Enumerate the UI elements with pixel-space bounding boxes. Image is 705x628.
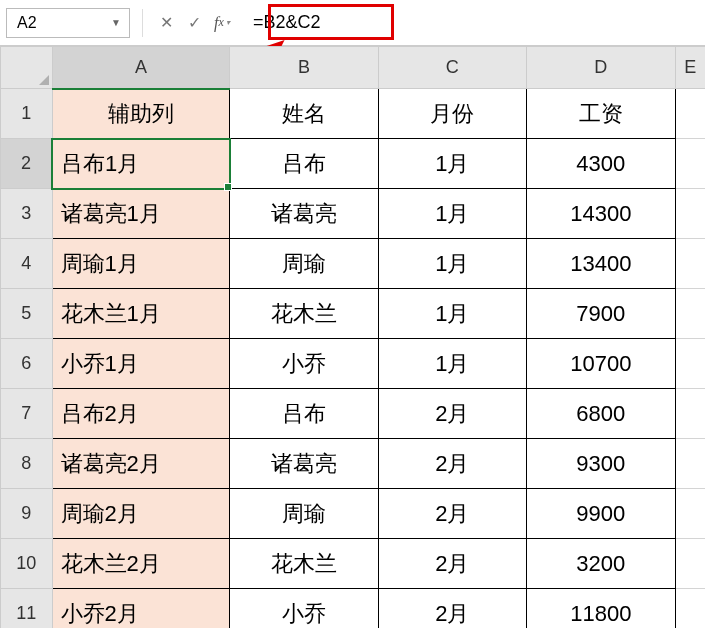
- cell[interactable]: 2月: [378, 589, 526, 629]
- cell[interactable]: 花木兰2月: [52, 539, 230, 589]
- col-header-E[interactable]: E: [675, 47, 705, 89]
- row-header[interactable]: 10: [1, 539, 53, 589]
- select-all-corner[interactable]: [1, 47, 53, 89]
- cell[interactable]: 2月: [378, 389, 526, 439]
- formula-bar: A2 ▼ ✕ ✓ fx▾ =B2&C2: [0, 0, 705, 46]
- cell[interactable]: 姓名: [230, 89, 378, 139]
- cell[interactable]: 辅助列: [52, 89, 230, 139]
- confirm-icon[interactable]: ✓: [183, 12, 205, 34]
- row-header[interactable]: 7: [1, 389, 53, 439]
- col-header-B[interactable]: B: [230, 47, 378, 89]
- cell[interactable]: 小乔2月: [52, 589, 230, 629]
- cell[interactable]: 月份: [378, 89, 526, 139]
- row-header[interactable]: 3: [1, 189, 53, 239]
- cell[interactable]: 吕布: [230, 389, 378, 439]
- cell[interactable]: 11800: [526, 589, 675, 629]
- row-header[interactable]: 1: [1, 89, 53, 139]
- chevron-down-icon: ▼: [111, 17, 121, 28]
- row-header[interactable]: 8: [1, 439, 53, 489]
- cell[interactable]: [675, 489, 705, 539]
- cell[interactable]: 吕布2月: [52, 389, 230, 439]
- cell[interactable]: 4300: [526, 139, 675, 189]
- row-header[interactable]: 4: [1, 239, 53, 289]
- cell[interactable]: 周瑜: [230, 489, 378, 539]
- cell[interactable]: 6800: [526, 389, 675, 439]
- name-box-value: A2: [17, 14, 37, 32]
- cell[interactable]: [675, 439, 705, 489]
- fx-icon[interactable]: fx▾: [211, 12, 233, 34]
- cell[interactable]: 诸葛亮: [230, 189, 378, 239]
- cell[interactable]: 1月: [378, 239, 526, 289]
- cell[interactable]: 14300: [526, 189, 675, 239]
- cell[interactable]: 小乔1月: [52, 339, 230, 389]
- cell[interactable]: 2月: [378, 489, 526, 539]
- cell[interactable]: [675, 289, 705, 339]
- col-header-D[interactable]: D: [526, 47, 675, 89]
- row-header[interactable]: 5: [1, 289, 53, 339]
- cell[interactable]: 周瑜2月: [52, 489, 230, 539]
- row-header[interactable]: 9: [1, 489, 53, 539]
- cell[interactable]: [675, 539, 705, 589]
- cell[interactable]: 3200: [526, 539, 675, 589]
- cell[interactable]: 1月: [378, 189, 526, 239]
- divider: [142, 9, 143, 37]
- row-header[interactable]: 11: [1, 589, 53, 629]
- cell[interactable]: 花木兰: [230, 539, 378, 589]
- cell[interactable]: [675, 139, 705, 189]
- col-header-C[interactable]: C: [378, 47, 526, 89]
- cell[interactable]: 周瑜1月: [52, 239, 230, 289]
- cancel-icon[interactable]: ✕: [155, 12, 177, 34]
- row-header[interactable]: 2: [1, 139, 53, 189]
- cell[interactable]: 小乔: [230, 589, 378, 629]
- name-box[interactable]: A2 ▼: [6, 8, 130, 38]
- cell[interactable]: 工资: [526, 89, 675, 139]
- cell[interactable]: [675, 389, 705, 439]
- cell[interactable]: [675, 189, 705, 239]
- cell[interactable]: 10700: [526, 339, 675, 389]
- cell[interactable]: 花木兰: [230, 289, 378, 339]
- formula-text: =B2&C2: [253, 12, 321, 33]
- cell[interactable]: [675, 89, 705, 139]
- cell[interactable]: 13400: [526, 239, 675, 289]
- cell[interactable]: 吕布: [230, 139, 378, 189]
- cell[interactable]: 诸葛亮1月: [52, 189, 230, 239]
- cell[interactable]: 周瑜: [230, 239, 378, 289]
- formula-input[interactable]: =B2&C2: [239, 8, 699, 38]
- cell[interactable]: 1月: [378, 289, 526, 339]
- cell[interactable]: 2月: [378, 439, 526, 489]
- spreadsheet[interactable]: A B C D E 1 辅助列 姓名 月份 工资 2 吕布1月 吕布 1月 43…: [0, 46, 705, 628]
- cell[interactable]: 9300: [526, 439, 675, 489]
- col-header-A[interactable]: A: [52, 47, 230, 89]
- cell[interactable]: 7900: [526, 289, 675, 339]
- cell[interactable]: 1月: [378, 139, 526, 189]
- cell[interactable]: 花木兰1月: [52, 289, 230, 339]
- cell-selected[interactable]: 吕布1月: [52, 139, 230, 189]
- cell[interactable]: 2月: [378, 539, 526, 589]
- cell[interactable]: [675, 339, 705, 389]
- cell[interactable]: 诸葛亮: [230, 439, 378, 489]
- row-header[interactable]: 6: [1, 339, 53, 389]
- cell[interactable]: [675, 239, 705, 289]
- cell[interactable]: 9900: [526, 489, 675, 539]
- cell[interactable]: 诸葛亮2月: [52, 439, 230, 489]
- cell[interactable]: 小乔: [230, 339, 378, 389]
- cell[interactable]: 1月: [378, 339, 526, 389]
- cell[interactable]: [675, 589, 705, 629]
